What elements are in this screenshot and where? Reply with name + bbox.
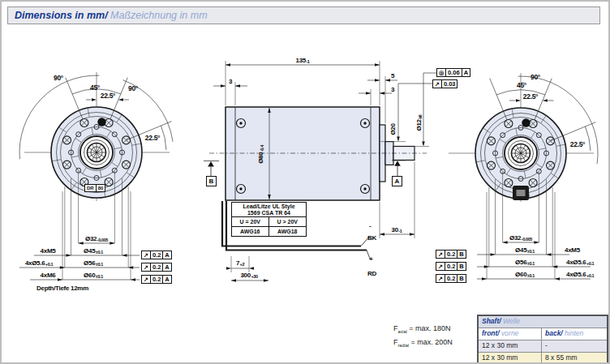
motor-type-plate: DR 80 xyxy=(84,184,105,192)
front-angle-45: 45° xyxy=(90,84,100,92)
rear-dim-dia56: Ø56±0.1 xyxy=(515,259,535,268)
rear-angle-45: 45° xyxy=(517,82,526,89)
lead-title: Lead/Litze UL Style 1569 CSA TR 64 xyxy=(232,203,306,217)
depth-note: Depth/Tiefe 12mm xyxy=(37,285,88,292)
shaft-table-row-2: 12 x 30 mm 8 x 55 mm xyxy=(479,352,607,364)
runout-icon: ↗ xyxy=(142,276,151,283)
dim-d80: Ø80-0.4 xyxy=(257,145,266,164)
dim-7: 7+2 xyxy=(236,259,244,268)
datum-a-flag: A xyxy=(392,176,402,186)
rear-angle-225-top: 22.5° xyxy=(523,93,538,101)
frame-concentricity: ◎ 0.06 A xyxy=(436,68,470,77)
runout-icon: ↗ xyxy=(142,263,151,271)
runout-icon: ↗ xyxy=(436,263,445,270)
dim-5-right: 5 xyxy=(391,72,394,79)
concentricity-icon: ◎ xyxy=(437,69,446,76)
front-label-m6: 4xM6 xyxy=(41,272,56,279)
front-dim-dia45: Ø45±0.1 xyxy=(84,247,103,256)
dim-length: 135-1 xyxy=(295,57,309,66)
runout-icon: ↗ xyxy=(436,275,445,282)
runout-icon: ↗ xyxy=(436,251,445,258)
plate-series: DR xyxy=(85,185,97,191)
runout-icon: ↗ xyxy=(142,251,151,259)
shaft-table-row-1: 12 x 30 mm - xyxy=(479,340,607,352)
front-tol-frame-1: ↗ 0.2 A xyxy=(141,251,172,259)
front-angle-90-left: 90° xyxy=(54,75,63,82)
drawing-page: Dimensions in mm/ Maßzeichnung in mm xyxy=(0,0,610,364)
rear-label-holes-2: 4xØ5.6+0.1 xyxy=(566,271,594,280)
shaft-table-colheads: front/ vorne back/ hinten xyxy=(479,328,607,340)
lead-spec-box: Lead/Litze UL Style 1569 CSA TR 64 U = 2… xyxy=(231,202,307,237)
runout-icon: ↗ xyxy=(433,80,442,88)
plate-size: 80 xyxy=(97,185,105,191)
rear-angle-90: 90° xyxy=(531,74,540,81)
rear-angle-225-right: 22.5° xyxy=(570,141,585,148)
rear-dim-dia32: Ø32-0.005 xyxy=(509,234,532,243)
dim-30: 30-1 xyxy=(392,226,402,235)
dim-d12: Ø12k6 xyxy=(415,114,424,131)
front-label-m5: 4xM5 xyxy=(41,247,56,255)
rear-tol-frame-1: ↗ 0.2 B xyxy=(436,250,466,259)
dim-300: 300+30 xyxy=(240,272,257,280)
dim-3-left: 3 xyxy=(229,78,232,85)
wire-minus-label: - xyxy=(369,222,371,229)
rear-tol-frame-2: ↗ 0.2 B xyxy=(436,262,466,271)
lead-awg-row: AWG16 AWG18 xyxy=(232,227,306,236)
frame-runout: ↗ 0.03 xyxy=(432,79,458,88)
front-tol-frame-3: ↗ 0.2 A xyxy=(141,275,172,284)
front-angle-225-top: 22.5° xyxy=(101,92,115,100)
front-dim-dia60: Ø60±0.1 xyxy=(84,272,103,280)
front-label-holes: 4xØ5.6+0.1 xyxy=(25,259,53,268)
axial-force: Faxial = max. 180N xyxy=(393,323,453,337)
rear-dim-dia45: Ø45±0.1 xyxy=(515,246,535,255)
shaft-table-header: Shaft/ Welle xyxy=(479,316,607,328)
rear-label-m5: 4xM5 xyxy=(565,246,580,254)
datum-b-flag: B xyxy=(206,176,217,186)
front-tol-frame-2: ↗ 0.2 A xyxy=(141,263,172,272)
front-angle-90-right: 90° xyxy=(128,85,138,92)
radial-force: Fradial = max. 200N xyxy=(393,337,453,351)
rear-dim-dia60: Ø60±0.1 xyxy=(515,271,535,280)
shaft-table: Shaft/ Welle front/ vorne back/ hinten 1… xyxy=(477,315,608,364)
front-angle-225-right: 22.5° xyxy=(145,135,160,142)
lead-voltage-row: U = 20V U > 20V xyxy=(232,217,306,227)
wire-bk-label: BK xyxy=(367,234,376,242)
force-limits-note: Faxial = max. 180N Fradial = max. 200N xyxy=(393,323,453,351)
rear-tol-frame-3: ↗ 0.2 B xyxy=(436,274,466,283)
side-view-drawing xyxy=(204,61,436,282)
front-dim-dia32: Ø32-0.005 xyxy=(85,235,108,244)
front-dim-dia56: Ø56±0.1 xyxy=(84,259,103,268)
dim-3-right: 3 xyxy=(391,86,394,93)
wire-rd-label: RD xyxy=(367,270,376,277)
wire-plus-label: + xyxy=(369,255,372,263)
rear-label-holes-1: 4xØ5.6+0.1 xyxy=(566,259,594,268)
dim-d20: Ø20 xyxy=(389,123,397,135)
